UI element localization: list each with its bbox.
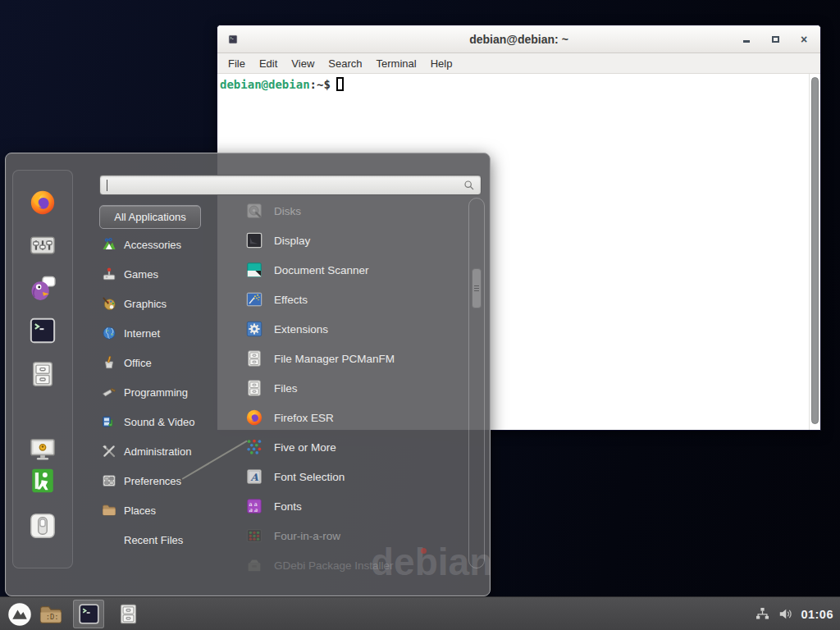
minimize-button[interactable] (742, 34, 751, 44)
category-internet[interactable]: Internet (99, 318, 234, 348)
terminal-icon (78, 603, 100, 625)
category-games[interactable]: Games (99, 259, 234, 289)
app-display[interactable]: Display (234, 226, 463, 255)
favorite-firefox-button[interactable] (29, 189, 57, 217)
close-icon: × (801, 35, 807, 43)
four-in-a-row-icon (245, 527, 263, 545)
volume-icon[interactable] (778, 606, 793, 622)
category-label: Internet (124, 327, 160, 340)
terminal-scrollbar[interactable] (809, 74, 820, 430)
all-applications-button[interactable]: All Applications (99, 205, 201, 229)
terminal-window-title: debian@debian: ~ (217, 33, 820, 46)
folder-icon: :D: (39, 602, 63, 627)
minimize-icon (743, 40, 750, 43)
window-controls: × (742, 25, 809, 53)
app-file-manager-pcmanfm[interactable]: File Manager PCManFM (234, 344, 463, 373)
terminal-menu-search[interactable]: Search (328, 57, 362, 70)
app-five-or-more[interactable]: Five or More (234, 432, 463, 462)
app-fonts[interactable]: a aa aFonts (234, 491, 463, 521)
application-list-scrollbar[interactable] (468, 198, 485, 568)
office-icon (102, 355, 116, 370)
category-recent-files[interactable]: Recent Files (99, 525, 234, 555)
favorite-file-cabinet-button[interactable] (29, 360, 57, 388)
graphics-icon (102, 296, 116, 311)
maximize-button[interactable] (770, 34, 780, 44)
file-cabinet-icon (117, 603, 139, 625)
category-label: Preferences (124, 475, 181, 487)
category-graphics[interactable]: Graphics (99, 289, 234, 318)
file-cabinet-icon (29, 360, 57, 388)
terminal-menu-view[interactable]: View (291, 57, 314, 70)
wallpaper-watermark-dot (421, 548, 427, 554)
taskbar-clock[interactable]: 01:06 (801, 608, 833, 621)
favorite-lock-screen-button[interactable] (29, 435, 57, 463)
category-sound-video[interactable]: Sound & Video (99, 407, 234, 436)
svg-text:A: A (249, 472, 258, 483)
taskbar: :D: 01:06 (0, 596, 840, 630)
app-label: Document Scanner (274, 264, 369, 276)
terminal-menu-terminal[interactable]: Terminal (377, 57, 417, 70)
app-label: Files (274, 382, 298, 395)
effects-icon (245, 290, 263, 308)
taskbar-task-terminal-active[interactable] (73, 600, 104, 628)
category-administration[interactable]: Administration (99, 436, 234, 466)
app-disks[interactable]: Disks (234, 196, 463, 226)
taskbar-folder-button[interactable]: :D: (38, 601, 64, 628)
category-programming[interactable]: Programming (99, 377, 234, 407)
app-document-scanner[interactable]: Document Scanner (234, 255, 463, 285)
category-office[interactable]: Office (99, 348, 234, 377)
internet-icon (102, 326, 116, 340)
app-four-in-a-row[interactable]: Four-in-a-row (234, 521, 463, 550)
places-icon (102, 503, 116, 518)
app-files[interactable]: Files (234, 373, 463, 403)
disks-icon (245, 202, 263, 220)
file-cabinet-icon (245, 349, 263, 368)
app-label: Effects (274, 294, 308, 306)
network-icon[interactable] (755, 606, 770, 622)
terminal-menu-file[interactable]: File (228, 57, 245, 70)
favorites-panel (12, 170, 73, 568)
terminal-prompt: debian@debian:~$ (220, 77, 820, 91)
taskbar-start-menu-button[interactable] (7, 601, 33, 628)
close-button[interactable]: × (799, 34, 809, 44)
terminal-scrollbar-thumb[interactable] (811, 77, 819, 424)
category-accessories[interactable]: Accessories (99, 230, 234, 259)
app-extensions[interactable]: Extensions (234, 314, 463, 344)
taskbar-tray: 01:06 (755, 597, 833, 630)
app-effects[interactable]: Effects (234, 285, 463, 314)
programming-icon (102, 385, 116, 399)
app-label: Four-in-a-row (274, 530, 340, 542)
favorite-log-out-button[interactable] (29, 467, 57, 495)
category-places[interactable]: Places (99, 495, 234, 525)
firefox-icon (245, 409, 263, 427)
favorite-terminal-button[interactable] (29, 317, 57, 345)
gdebi-icon (245, 556, 263, 574)
favorite-shut-down-button[interactable] (29, 512, 57, 540)
app-gdebi-package-installer[interactable]: GDebi Package Installer (234, 550, 463, 580)
document-scanner-icon (245, 261, 263, 279)
category-label: Places (124, 504, 156, 517)
terminal-titlebar[interactable]: debian@debian: ~ × (217, 25, 820, 53)
category-label: Games (124, 268, 158, 281)
search-input[interactable] (99, 175, 482, 195)
terminal-menu-help[interactable]: Help (431, 57, 453, 70)
svg-text:a a: a a (249, 507, 258, 514)
app-label: Font Selection (274, 471, 345, 483)
category-label: Administration (124, 445, 191, 458)
category-preferences[interactable]: Preferences (99, 466, 234, 495)
search-caret (107, 180, 107, 191)
app-label: Five or More (274, 441, 336, 454)
start-menu-icon (7, 602, 32, 627)
display-icon (245, 231, 263, 249)
shut-down-icon (29, 512, 57, 540)
application-list: DisksDisplayDocument ScannerEffectsExten… (234, 196, 463, 580)
application-list-scrollbar-thumb[interactable] (472, 268, 482, 308)
control-panel-icon (29, 231, 57, 259)
favorite-pidgin-button[interactable] (29, 274, 57, 302)
app-font-selection[interactable]: AFont Selection (234, 462, 463, 491)
log-out-icon (29, 467, 57, 495)
terminal-menu-edit[interactable]: Edit (259, 57, 277, 70)
app-firefox-esr[interactable]: Firefox ESR (234, 403, 463, 432)
taskbar-task-file-cabinet[interactable] (112, 600, 144, 628)
favorite-control-panel-button[interactable] (29, 231, 57, 259)
